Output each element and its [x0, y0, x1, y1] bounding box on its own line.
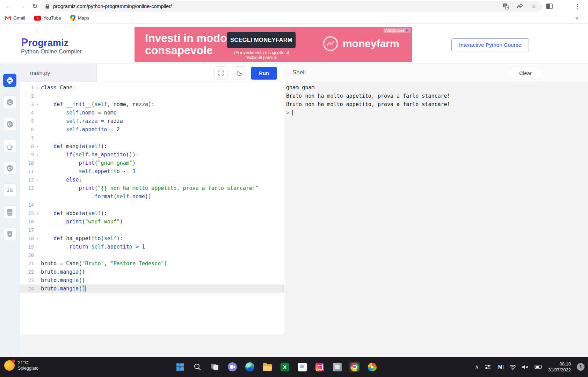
- fold-arrow-icon[interactable]: ▾: [35, 209, 40, 217]
- bookmark-star-icon[interactable]: ☆: [530, 2, 538, 10]
- file-explorer-button[interactable]: [262, 362, 273, 372]
- sidebar-item-html[interactable]: 5: [3, 228, 16, 241]
- sidebar-item-javascript[interactable]: JS: [3, 184, 16, 197]
- ad-headline-line1: Investi in modo: [145, 32, 227, 44]
- interactive-course-button[interactable]: Interactive Python Course: [451, 38, 529, 51]
- run-button[interactable]: Run: [251, 67, 277, 80]
- back-icon[interactable]: ←: [3, 1, 13, 11]
- photos-button[interactable]: [367, 362, 377, 372]
- shell-output-area[interactable]: gnam gnamBruto non ha molto appetito, pr…: [284, 82, 588, 335]
- chrome-button[interactable]: [349, 362, 360, 372]
- instagram-button[interactable]: [314, 362, 325, 372]
- sidebar-item-cpp[interactable]: C ++: [3, 118, 16, 131]
- code-line[interactable]: 19 return self.appetito > 1: [20, 243, 284, 251]
- app-icon: [333, 363, 342, 371]
- excel-button[interactable]: X: [280, 362, 290, 372]
- tray-app-m-icon[interactable]: M: [497, 365, 503, 369]
- start-button[interactable]: [175, 362, 185, 372]
- code-line[interactable]: 11 self.appetito -= 1: [20, 167, 284, 176]
- code-line[interactable]: 14: [20, 201, 284, 209]
- screen: ← → ↻ programiz.com/python-programming/o…: [0, 0, 588, 377]
- task-view-button[interactable]: [210, 362, 220, 372]
- clock-time: 08:18: [548, 361, 571, 367]
- code-line[interactable]: 20: [20, 251, 284, 259]
- ad-cta-button[interactable]: SCEGLI MONEYFARM: [227, 32, 296, 48]
- fold-arrow-icon[interactable]: ▾: [35, 150, 40, 159]
- line-number: 11: [20, 167, 35, 176]
- wifi-icon[interactable]: [509, 364, 516, 370]
- code-line[interactable]: 18▾ def ha_appetito(self):: [20, 234, 284, 243]
- fold-arrow-icon[interactable]: ▾: [35, 83, 40, 92]
- clock-widget[interactable]: 08:18 31/07/2022: [548, 361, 571, 373]
- reload-icon[interactable]: ↻: [30, 1, 40, 11]
- fold-arrow-icon[interactable]: ▾: [35, 100, 40, 109]
- fold-gutter: [35, 251, 40, 259]
- code-line[interactable]: 10 print("gnam gnam"): [20, 159, 284, 167]
- code-editor[interactable]: 1▾class Cane:23▾ def __init__(self, nome…: [20, 82, 284, 335]
- fold-arrow-icon[interactable]: ▾: [35, 176, 40, 184]
- search-button[interactable]: [192, 362, 203, 372]
- code-line[interactable]: 8▾ def mangia(self):: [20, 142, 284, 150]
- dark-mode-button[interactable]: [233, 66, 246, 80]
- code-line[interactable]: 2: [20, 92, 284, 100]
- fold-arrow-icon[interactable]: ▾: [35, 142, 40, 150]
- mail-button[interactable]: ✉: [297, 362, 307, 372]
- fullscreen-button[interactable]: [214, 66, 227, 80]
- more-bookmarks-icon[interactable]: »: [575, 15, 578, 21]
- sidebar-item-java[interactable]: [3, 140, 16, 153]
- fold-gutter: [35, 159, 40, 167]
- sidebar-item-sql[interactable]: [3, 206, 16, 219]
- bookmark-gmail[interactable]: Gmail: [5, 15, 25, 21]
- address-bar[interactable]: programiz.com/python-programming/online-…: [40, 1, 543, 12]
- code-line[interactable]: 22bruto.mangia(): [20, 268, 284, 276]
- bookmark-maps[interactable]: Maps: [70, 15, 89, 21]
- code-line[interactable]: 9▾ if(self.ha_appetito()):: [20, 150, 284, 159]
- taskbar-weather-widget[interactable]: 21°C Soleggiato: [4, 360, 38, 371]
- svg-text:#: #: [10, 167, 12, 169]
- programiz-logo[interactable]: Programiz: [21, 36, 69, 49]
- adchoices-badge[interactable]: AdChoices: [384, 28, 411, 33]
- code-line[interactable]: 16 print("wouf wouf"): [20, 217, 284, 226]
- code-line[interactable]: 17: [20, 226, 284, 234]
- sidebar-item-python[interactable]: [3, 74, 16, 87]
- sidebar-item-csharp[interactable]: C #: [3, 162, 16, 175]
- fold-arrow-icon[interactable]: ▾: [35, 234, 40, 243]
- photos-icon: [368, 363, 377, 371]
- code-line[interactable]: 23bruto.mangia(): [20, 276, 284, 284]
- file-tab[interactable]: main.py: [20, 64, 97, 82]
- code-line[interactable]: 3▾ def __init__(self, nome, razza):: [20, 100, 284, 109]
- code-line[interactable]: 6 self.appetito = 2: [20, 125, 284, 134]
- code-line[interactable]: 4 self.nome = nome: [20, 109, 284, 117]
- battery-icon[interactable]: [535, 365, 542, 369]
- code-line[interactable]: 1▾class Cane:: [20, 83, 284, 92]
- app-button[interactable]: [332, 362, 342, 372]
- code-line[interactable]: .format(self.nome)): [20, 192, 284, 201]
- volume-muted-icon[interactable]: [522, 364, 529, 370]
- code-line[interactable]: 21bruto = Cane("Bruto", "Pastore Tedesco…: [20, 259, 284, 268]
- browser-toolbar: ← → ↻ programiz.com/python-programming/o…: [0, 0, 588, 13]
- fold-gutter: [35, 125, 40, 134]
- tray-chevron-up-icon[interactable]: ∧: [475, 364, 479, 370]
- edge-button[interactable]: [245, 362, 255, 372]
- clear-button[interactable]: Clear: [511, 67, 540, 79]
- code-line[interactable]: 24bruto.mangia(): [20, 284, 284, 293]
- sidebar-item-c[interactable]: C: [3, 96, 16, 109]
- notification-badge[interactable]: 1: [577, 363, 585, 371]
- translate-icon[interactable]: G A: [502, 2, 510, 10]
- share-icon[interactable]: [516, 2, 524, 10]
- tray-sliders-icon[interactable]: [485, 364, 491, 370]
- bookmark-youtube[interactable]: YouTube: [34, 15, 61, 21]
- browser-menu-icon[interactable]: ⋮: [573, 2, 582, 10]
- ad-banner[interactable]: Investi in modo consapevole SCEGLI MONEY…: [135, 27, 412, 62]
- forward-icon[interactable]: →: [17, 1, 27, 11]
- code-line[interactable]: 5 self.razza = razza: [20, 117, 284, 125]
- shell-prompt-row[interactable]: >: [286, 109, 588, 117]
- code-line[interactable]: 12▾ else:: [20, 176, 284, 184]
- code-text: def __init__(self, nome, razza):: [40, 100, 154, 109]
- code-line[interactable]: 7: [20, 134, 284, 142]
- code-line[interactable]: 15▾ def abbaia(self):: [20, 209, 284, 217]
- code-line[interactable]: 13 print("{} non ha molto appetito, prov…: [20, 184, 284, 192]
- chat-button[interactable]: [227, 362, 238, 372]
- search-icon: [194, 363, 201, 371]
- side-panel-icon[interactable]: [545, 2, 553, 10]
